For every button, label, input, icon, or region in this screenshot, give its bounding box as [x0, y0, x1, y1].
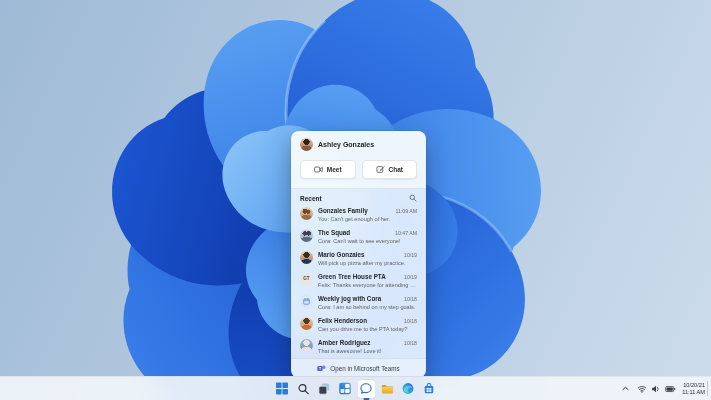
- meet-button-label: Meet: [327, 166, 342, 173]
- widgets-button[interactable]: [336, 380, 354, 398]
- tray-time: 11:11 AM: [682, 389, 705, 396]
- desktop: Ashley Gonzales Meet Chat Recent: [0, 0, 711, 400]
- conversation-amber-rodriguez[interactable]: Amber Rodriguez10/18 That is awesome! Lo…: [291, 336, 426, 358]
- conversation-title: Felix Henderson: [318, 317, 367, 324]
- tray-overflow-button[interactable]: [620, 382, 631, 395]
- conversation-title: Weekly jog with Cora: [318, 295, 381, 302]
- conversation-title: Mario Gonzales: [318, 251, 365, 258]
- avatar: [300, 229, 313, 242]
- search-button[interactable]: [294, 380, 312, 398]
- battery-icon: [665, 384, 676, 394]
- taskbar-center: [273, 377, 438, 400]
- task-view-button[interactable]: [315, 380, 333, 398]
- open-in-teams-button[interactable]: T Open in Microsoft Teams: [291, 358, 426, 378]
- conversation-weekly-jog-with-cora[interactable]: Weekly jog with Cora10/18 Cora: I am so …: [291, 292, 426, 314]
- conversation-preview: That is awesome! Love it!: [318, 348, 417, 354]
- conversation-time: 10/18: [404, 340, 417, 346]
- conversation-time: 10:47 AM: [395, 230, 417, 236]
- conversation-time: 10/18: [404, 296, 417, 302]
- edge-icon: [402, 382, 415, 395]
- chat-button[interactable]: Chat: [362, 160, 418, 179]
- show-desktop-button[interactable]: [707, 381, 711, 396]
- wifi-icon: [637, 384, 647, 394]
- video-camera-icon: [314, 165, 323, 174]
- file-explorer-button[interactable]: [378, 380, 396, 398]
- conversation-gonzales-family[interactable]: Gonzales Family11:09 AM You: Can't get e…: [291, 204, 426, 226]
- conversation-preview: Can you drive me to the PTA today?: [318, 326, 417, 332]
- windows-logo-icon: [276, 382, 289, 395]
- open-in-teams-label: Open in Microsoft Teams: [330, 365, 400, 372]
- avatar: [300, 251, 313, 264]
- clock[interactable]: 10/20/21 11:11 AM: [682, 382, 705, 395]
- meet-button[interactable]: Meet: [300, 160, 356, 179]
- calendar-icon: [303, 298, 310, 305]
- chat-bubble-icon: [360, 382, 373, 395]
- chevron-up-icon: [621, 384, 630, 393]
- conversation-time: 10/19: [404, 252, 417, 258]
- chat-taskbar-button[interactable]: [357, 380, 375, 398]
- user-name: Ashley Gonzales: [318, 141, 374, 148]
- tray-date: 10/20/21: [682, 382, 705, 389]
- flyout-header: Ashley Gonzales: [291, 131, 426, 155]
- recent-header: Recent: [291, 189, 426, 204]
- conversation-preview: Cora: Can't wait to see everyone!: [318, 238, 417, 244]
- compose-icon: [376, 165, 385, 174]
- conversation-preview: Cora: I am so behind on my step goals.: [318, 304, 417, 310]
- conversation-title: Gonzales Family: [318, 207, 368, 214]
- conversation-green-tree-house-pta[interactable]: GT Green Tree House PTA10/19 Felix: Than…: [291, 270, 426, 292]
- widgets-icon: [339, 382, 352, 395]
- store-icon: [423, 382, 436, 395]
- start-button[interactable]: [273, 380, 291, 398]
- teams-chat-flyout: Ashley Gonzales Meet Chat Recent: [291, 131, 426, 378]
- avatar-initials: GT: [303, 277, 309, 282]
- flyout-actions: Meet Chat: [291, 155, 426, 189]
- avatar: [300, 207, 313, 220]
- taskbar: 10/20/21 11:11 AM: [0, 376, 711, 400]
- task-view-icon: [318, 382, 331, 395]
- conversation-the-squad[interactable]: The Squad10:47 AM Cora: Can't wait to se…: [291, 226, 426, 248]
- avatar: [300, 295, 313, 308]
- edge-button[interactable]: [399, 380, 417, 398]
- search-icon[interactable]: [409, 194, 417, 202]
- avatar: [300, 317, 313, 330]
- conversation-time: 10/18: [404, 318, 417, 324]
- conversation-preview: Felix: Thanks everyone for attending tod…: [318, 282, 417, 288]
- search-icon: [297, 383, 309, 395]
- avatar: [300, 339, 313, 352]
- conversation-title: Green Tree House PTA: [318, 273, 386, 280]
- avatar: GT: [300, 273, 313, 286]
- chat-button-label: Chat: [389, 166, 403, 173]
- conversation-title: Amber Rodriguez: [318, 339, 370, 346]
- teams-logo-icon: T: [317, 364, 326, 373]
- conversation-time: 10/19: [404, 274, 417, 280]
- system-tray: 10/20/21 11:11 AM: [620, 377, 705, 400]
- conversation-preview: Will pick up pizza after my practice.: [318, 260, 417, 266]
- store-button[interactable]: [420, 380, 438, 398]
- user-avatar[interactable]: [300, 138, 313, 151]
- conversation-list: Gonzales Family11:09 AM You: Can't get e…: [291, 204, 426, 358]
- svg-text:T: T: [319, 366, 322, 371]
- conversation-preview: You: Can't get enough of her.: [318, 216, 417, 222]
- folder-icon: [381, 382, 394, 395]
- recent-label: Recent: [300, 195, 322, 202]
- conversation-mario-gonzales[interactable]: Mario Gonzales10/19 Will pick up pizza a…: [291, 248, 426, 270]
- quick-settings-button[interactable]: [636, 382, 677, 396]
- conversation-time: 11:09 AM: [395, 208, 417, 214]
- conversation-title: The Squad: [318, 229, 350, 236]
- speaker-icon: [651, 384, 661, 394]
- conversation-felix-henderson[interactable]: Felix Henderson10/18 Can you drive me to…: [291, 314, 426, 336]
